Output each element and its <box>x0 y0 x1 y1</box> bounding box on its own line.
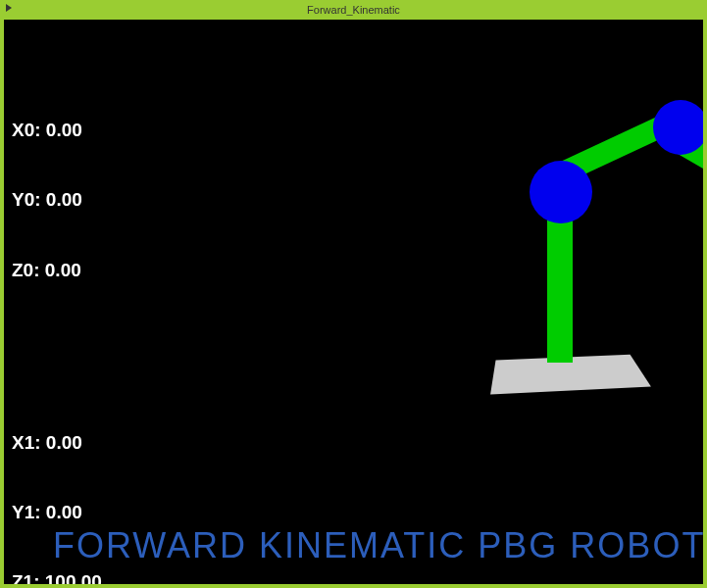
coord-x0: X0: 0.00 <box>12 119 109 142</box>
robot-joint-2 <box>653 100 703 155</box>
play-icon <box>6 4 12 12</box>
coord-x1: X1: 0.00 <box>12 431 109 455</box>
viewport: X0: 0.00 Y0: 0.00 Z0: 0.00 X1: 0.00 Y1: … <box>4 20 703 584</box>
footer-title: FORWARD KINEMATIC PBG ROBOT <box>53 525 703 566</box>
window-title: Forward_Kinematic <box>307 4 400 16</box>
coord-y0: Y0: 0.00 <box>12 188 109 212</box>
robot-arm-scene <box>435 88 703 402</box>
coord-z1: Z1: 100.00 <box>12 570 109 584</box>
titlebar[interactable]: Forward_Kinematic <box>0 0 707 20</box>
coordinates-panel: X0: 0.00 Y0: 0.00 Z0: 0.00 X1: 0.00 Y1: … <box>12 25 109 584</box>
coord-y1: Y1: 0.00 <box>12 501 109 524</box>
coord-z0: Z0: 0.00 <box>12 259 109 282</box>
coord-group-0: X0: 0.00 Y0: 0.00 Z0: 0.00 <box>12 73 109 328</box>
application-window: Forward_Kinematic X0: 0.00 Y0: 0.00 Z0: … <box>0 0 707 588</box>
robot-joint-1 <box>530 161 592 223</box>
